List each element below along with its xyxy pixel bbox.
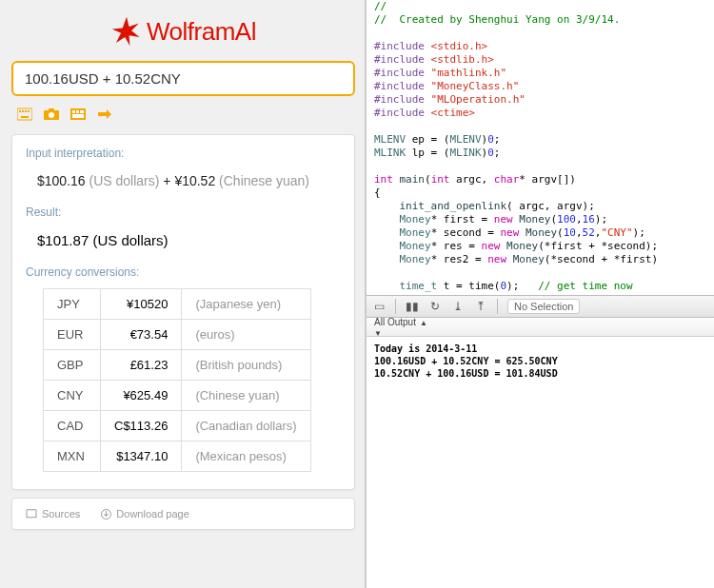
xcode-pane: // // Created by Shenghui Yang on 3/9/14… <box>367 0 714 588</box>
svg-rect-9 <box>49 108 54 111</box>
currency-code: JPY <box>44 289 101 320</box>
interpretation-content: $100.16 (US dollars) + ¥10.52 (Chinese y… <box>26 169 341 192</box>
currency-code: EUR <box>44 320 101 350</box>
currency-unit: (Japanese yen) <box>182 289 310 320</box>
table-row: CNY¥625.49(Chinese yuan) <box>44 381 311 411</box>
interp-amount2: ¥10.52 <box>174 173 215 188</box>
interp-plus: + <box>163 173 170 188</box>
table-row: GBP£61.23(British pounds) <box>44 350 311 381</box>
svg-rect-13 <box>80 110 84 113</box>
svg-rect-6 <box>21 116 29 118</box>
currency-code: CNY <box>44 381 101 411</box>
currency-value: C$113.26 <box>101 411 182 441</box>
svg-rect-1 <box>17 108 32 120</box>
wolfram-logo: WolframAl <box>11 15 355 48</box>
currency-value: ¥10520 <box>101 289 182 320</box>
thread-selector[interactable]: No Selection <box>507 299 580 314</box>
step-out-icon[interactable]: ⤒ <box>474 300 487 313</box>
share-icon[interactable] <box>97 108 112 121</box>
sources-link[interactable]: Sources <box>26 508 80 519</box>
sources-label: Sources <box>42 508 80 519</box>
filter-label: All Output <box>374 317 416 327</box>
currency-value: €73.54 <box>101 320 182 350</box>
currency-code: GBP <box>44 350 101 381</box>
step-over-icon[interactable]: ⤓ <box>451 300 465 313</box>
table-row: JPY¥10520(Japanese yen) <box>44 289 311 320</box>
output-filter[interactable]: All Output▲▼ <box>374 317 427 338</box>
toolbar-icons <box>11 104 355 125</box>
keyboard-icon[interactable] <box>17 108 32 121</box>
currency-code: CAD <box>44 411 101 441</box>
svg-rect-2 <box>19 110 21 112</box>
interp-unit1: (US dollars) <box>89 173 160 188</box>
interp-unit2: (Chinese yuan) <box>219 173 309 188</box>
wolfram-pane: WolframAl 100.16USD + 10.52CNY Input int… <box>0 0 367 588</box>
result-amount: $101.87 <box>37 232 89 248</box>
continue-icon[interactable]: ↻ <box>428 300 442 313</box>
code-editor[interactable]: // // Created by Shenghui Yang on 3/9/14… <box>367 0 714 295</box>
hide-debug-icon[interactable]: ▭ <box>372 300 386 313</box>
currency-unit: (Mexican pesos) <box>182 441 310 472</box>
data-icon[interactable] <box>70 108 86 121</box>
currency-unit: (euros) <box>182 320 310 350</box>
table-row: EUR€73.54(euros) <box>44 320 311 350</box>
download-label: Download page <box>116 508 188 519</box>
currency-value: £61.23 <box>101 350 182 381</box>
svg-rect-14 <box>72 114 84 118</box>
wolfram-logo-text: WolframAl <box>147 17 256 47</box>
debug-toolbar: ▭ ▮▮ ↻ ⤓ ⤒ No Selection <box>367 295 714 318</box>
download-link[interactable]: Download page <box>101 508 188 519</box>
svg-rect-3 <box>22 110 24 112</box>
svg-rect-12 <box>76 110 79 113</box>
code-author-comment: // Created by Shenghui Yang on 3/9/14. <box>374 13 620 26</box>
result-title: Result: <box>26 206 341 219</box>
currency-unit: (Chinese yuan) <box>182 381 310 411</box>
table-row: CADC$113.26(Canadian dollars) <box>44 411 311 441</box>
currency-unit: (British pounds) <box>182 350 310 381</box>
currency-value: ¥625.49 <box>101 381 182 411</box>
book-icon <box>26 509 37 519</box>
svg-point-8 <box>49 112 54 118</box>
console-filter-bar: All Output▲▼ <box>367 318 714 337</box>
currency-value: $1347.10 <box>101 441 182 472</box>
interp-amount1: $100.16 <box>37 173 86 188</box>
svg-rect-4 <box>25 110 27 112</box>
svg-rect-5 <box>28 110 30 112</box>
camera-icon[interactable] <box>44 108 59 121</box>
currency-unit: (Canadian dollars) <box>182 411 310 441</box>
results-panel: Input interpretation: $100.16 (US dollar… <box>11 134 355 490</box>
conversions-title: Currency conversions: <box>26 265 341 279</box>
table-row: MXN$1347.10(Mexican pesos) <box>44 441 311 472</box>
result-unit: (US dollars) <box>92 232 168 248</box>
query-input[interactable]: 100.16USD + 10.52CNY <box>11 61 355 96</box>
svg-rect-11 <box>72 110 75 113</box>
console-output[interactable]: Today is 2014-3-11 100.16USD + 10.52CNY … <box>367 337 714 385</box>
conversions-table: JPY¥10520(Japanese yen)EUR€73.54(euros)G… <box>43 288 311 472</box>
svg-marker-0 <box>112 17 140 47</box>
result-content: $101.87 (US dollars) <box>26 228 341 252</box>
interpretation-title: Input interpretation: <box>26 147 341 160</box>
pause-icon[interactable]: ▮▮ <box>406 300 419 313</box>
currency-code: MXN <box>44 441 101 472</box>
footer-panel: Sources Download page <box>11 498 355 530</box>
wolfram-star-icon <box>110 15 143 48</box>
download-icon <box>101 509 111 519</box>
